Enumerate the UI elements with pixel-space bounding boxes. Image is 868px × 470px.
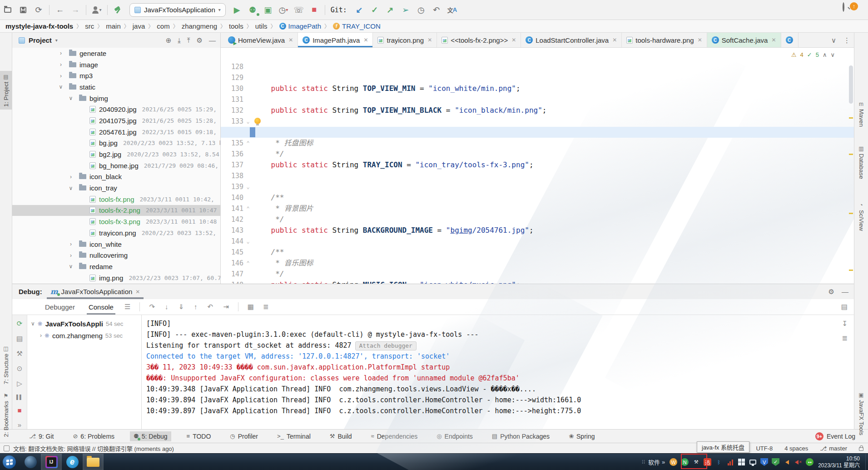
run-button[interactable]: ▶ bbox=[229, 3, 245, 17]
tool-window-stripe-button[interactable]: ⚑ 2: Bookmarks bbox=[0, 393, 12, 437]
code-line[interactable]: 140 ⌃ */ bbox=[221, 181, 854, 192]
debug-toolbar-more-icon[interactable]: ▤ bbox=[841, 303, 848, 311]
breadcrumb-item[interactable]: main 〉 bbox=[106, 22, 133, 30]
breadcrumb-item[interactable]: src 〉 bbox=[85, 22, 106, 30]
tree-row[interactable]: › image bbox=[12, 59, 220, 70]
code-line[interactable]: 142 bbox=[221, 203, 854, 214]
stop-process[interactable]: ■ bbox=[17, 406, 21, 414]
editor-tab[interactable]: C LoadStartController.java ✕ bbox=[521, 33, 622, 47]
breadcrumb-item[interactable]: tools 〉 bbox=[229, 22, 255, 30]
code-line[interactable]: 138 ⌄ /** bbox=[221, 160, 854, 170]
tool-window-button-endpoints[interactable]: ◎ Endpoints bbox=[433, 431, 476, 441]
security-shield-tray-icon[interactable]: V bbox=[760, 458, 768, 466]
volume-tray-icon[interactable] bbox=[783, 458, 791, 466]
tree-row[interactable]: bg.jpg 2020/2/23 0023 13:52, 7.13 kB bbox=[12, 138, 220, 149]
tree-row[interactable]: › icon_white bbox=[12, 239, 220, 250]
code-line[interactable]: 148 ⌄ /** bbox=[221, 269, 854, 280]
code-line[interactable]: 134 ⌃ */ bbox=[221, 116, 854, 127]
tool-window-stripe-button[interactable]: m Maven bbox=[854, 101, 868, 127]
translate-button[interactable]: 文A bbox=[444, 3, 460, 17]
tree-row[interactable]: trayicon.png 2020/2/23 0023 13:52, bbox=[12, 227, 220, 239]
code-line[interactable]: 136 bbox=[221, 138, 854, 149]
layout-settings-icon[interactable]: ≣ bbox=[263, 303, 269, 311]
collapse-all-icon[interactable]: ⤒ bbox=[187, 36, 190, 45]
tab-close-icon[interactable]: ✕ bbox=[511, 37, 516, 43]
tool-window-button-python-packages[interactable]: ▤ Python Packages bbox=[488, 431, 553, 441]
intention-bulb-icon[interactable] bbox=[254, 118, 261, 124]
code-editor[interactable]: ⚠4 ✓5 ∧ ∨ 128 public static String TOP_V… bbox=[221, 48, 854, 284]
wechat-tray-icon[interactable]: ●● bbox=[806, 458, 813, 466]
tab-close-icon[interactable]: ✕ bbox=[771, 37, 776, 43]
tree-chevron-icon[interactable]: ∨ bbox=[31, 320, 35, 327]
prev-issue-icon[interactable]: ∧ bbox=[823, 51, 827, 58]
breadcrumb-item[interactable]: utils 〉 bbox=[255, 22, 279, 30]
start-button[interactable] bbox=[3, 455, 16, 469]
next-issue-icon[interactable]: ∨ bbox=[830, 51, 835, 58]
code-line[interactable]: 139 * 背景图片 bbox=[221, 170, 854, 181]
hide-panel-icon[interactable]: — bbox=[209, 36, 216, 44]
code-line[interactable]: 149 * 空封面图片 bbox=[221, 280, 854, 284]
file-explorer-app[interactable] bbox=[83, 454, 104, 470]
code-line[interactable]: 129 bbox=[221, 61, 854, 72]
tree-row[interactable]: › mp3 bbox=[12, 70, 220, 81]
code-line[interactable]: 146 public static String MUSIC_ICON = "i… bbox=[221, 247, 854, 258]
back-icon[interactable]: ← bbox=[52, 3, 68, 17]
status-message[interactable]: 文档: 翻译文档失败: 网络错误 // 切换翻译引擎 (moments ago) bbox=[13, 444, 174, 453]
windows-grid-tray-icon[interactable] bbox=[738, 458, 745, 466]
code-line[interactable]: 145 ⌃ */ bbox=[221, 236, 854, 247]
more-actions[interactable]: » bbox=[18, 421, 21, 429]
tree-row[interactable]: › icon_black bbox=[12, 171, 220, 183]
attach-debugger-chip[interactable]: Attach debugger bbox=[355, 341, 417, 350]
code-line[interactable]: 147 bbox=[221, 258, 854, 269]
code-line[interactable]: 133 * 托盘图标 bbox=[221, 105, 854, 116]
signal-tray-icon[interactable] bbox=[726, 458, 734, 466]
tab-close-icon[interactable]: ✕ bbox=[612, 37, 617, 43]
scrollbar-thumb[interactable] bbox=[849, 65, 853, 104]
debug-step-icon[interactable]: ⇥ bbox=[223, 303, 229, 311]
tree-chevron-icon[interactable]: › bbox=[40, 332, 42, 339]
editor-tab[interactable]: C ImagePath.java ✕ bbox=[298, 33, 373, 47]
tool-window-button-dependencies[interactable]: ≈ Dependencies bbox=[367, 431, 422, 441]
open-file-icon[interactable] bbox=[0, 3, 15, 17]
breadcrumb-item[interactable]: java 〉 bbox=[133, 22, 157, 30]
save-all-icon[interactable] bbox=[15, 3, 31, 17]
antivirus-shield-tray-icon[interactable]: ✓ bbox=[772, 458, 779, 466]
profiler-button[interactable]: ◷▾ bbox=[276, 3, 291, 17]
settings-gear-icon[interactable]: ⚙ bbox=[197, 36, 203, 45]
tree-row[interactable]: 2040920.jpg 2021/6/25 0025 15:29, 1 bbox=[12, 104, 220, 115]
git-history-button[interactable]: ◷ bbox=[413, 3, 429, 17]
code-line[interactable]: 130 public static String TOP_VIEW_MIN_BL… bbox=[221, 72, 854, 83]
event-log-button[interactable]: 9+ Event Log bbox=[815, 432, 855, 440]
breadcrumb-item[interactable]: zhangmeng 〉 bbox=[182, 22, 229, 30]
show-desktop-button[interactable] bbox=[865, 454, 868, 470]
tree-row[interactable]: ∨ static bbox=[12, 81, 220, 93]
display-tray-icon[interactable] bbox=[749, 458, 757, 466]
tool-window-button----git[interactable]: ⎇ 9: Git bbox=[25, 431, 57, 441]
code-line[interactable]: 141 public static String BACKGROUND_IMAG… bbox=[221, 192, 854, 203]
tree-row[interactable]: ∨ icon_tray bbox=[12, 182, 220, 194]
tree-row[interactable]: ∨ bgimg bbox=[12, 93, 220, 104]
tool-window-button-profiler[interactable]: ◷ Profiler bbox=[226, 431, 262, 441]
debug-session-tab[interactable]: m JavaFxToolsApplication ✕ bbox=[47, 284, 144, 299]
tool-window-button-todo[interactable]: ≡ TODO bbox=[183, 431, 215, 441]
tree-row[interactable]: tools-fx.png 2023/3/11 0011 10:42, bbox=[12, 194, 220, 205]
intellij-idea-app[interactable]: IJ bbox=[41, 454, 62, 470]
pause-program[interactable]: ▌▌ bbox=[16, 395, 23, 400]
editor-tab[interactable]: trayicon.png ✕ bbox=[373, 33, 437, 47]
muted-volume-tray-icon[interactable]: ✕ bbox=[794, 458, 802, 466]
session-tree-row[interactable]: › ❋ com.zhangmeng 53 sec bbox=[27, 330, 141, 341]
session-tree-row[interactable]: ∨ ❋ JavaFxToolsAppli 54 sec bbox=[27, 318, 141, 330]
locate-file-icon[interactable]: ⊕ bbox=[166, 36, 172, 45]
tab-close-icon[interactable]: ✕ bbox=[427, 37, 432, 43]
editor-tab[interactable]: C SoftCache.java ✕ bbox=[707, 33, 781, 47]
tool-window-stripe-button[interactable]: ▣ JavaFX Tools bbox=[854, 392, 868, 435]
tree-chevron-icon[interactable]: ∨ bbox=[68, 95, 74, 101]
debug-hide-icon[interactable]: — bbox=[842, 288, 848, 296]
git-update-button[interactable]: ↙ bbox=[352, 3, 367, 17]
debug-step-icon[interactable]: ↓ bbox=[165, 303, 169, 311]
taskbar-clock[interactable]: 10:50 2023/3/11 星期六 bbox=[818, 455, 860, 469]
tree-row[interactable]: 2041075.jpg 2021/6/25 0025 15:28, 87 bbox=[12, 115, 220, 126]
tree-chevron-icon[interactable]: › bbox=[68, 241, 74, 247]
tree-row[interactable]: tools-fx-3.png 2023/3/11 0011 10:48 bbox=[12, 216, 220, 227]
breadcrumb-item[interactable]: f TRAY_ICON bbox=[333, 22, 381, 30]
